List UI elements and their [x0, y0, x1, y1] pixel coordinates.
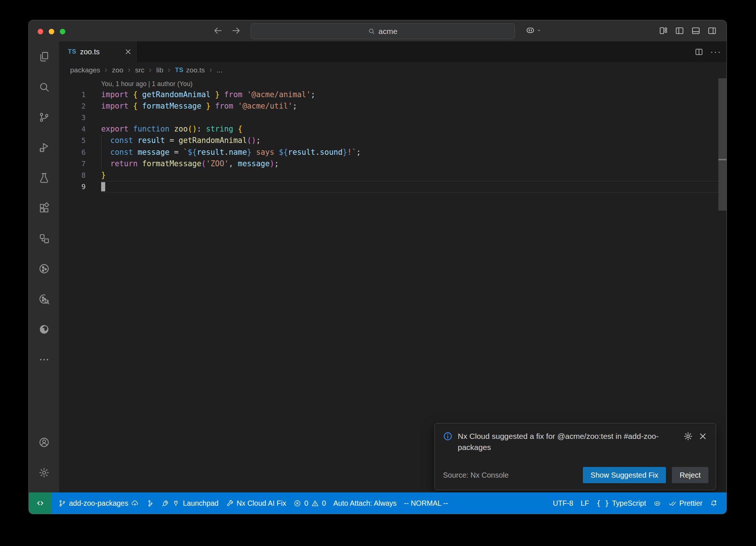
show-suggested-fix-button[interactable]: Show Suggested Fix — [583, 467, 666, 483]
status-auto-attach-label: Auto Attach: Always — [333, 499, 396, 508]
activity-search[interactable] — [34, 76, 54, 97]
status-commit-graph[interactable] — [142, 492, 158, 514]
status-nx-cloud-ai-fix[interactable]: Nx Cloud AI Fix — [222, 492, 290, 514]
nx-cloud-icon — [38, 293, 50, 305]
status-language-label: TypeScript — [612, 499, 646, 508]
split-editor-icon[interactable] — [694, 47, 704, 57]
status-branch[interactable]: add-zoo-packages — [55, 492, 142, 514]
hierarchy-icon — [38, 233, 50, 244]
status-language[interactable]: { }TypeScript — [593, 492, 650, 514]
toggle-panel-icon[interactable] — [691, 26, 701, 35]
plug-icon — [172, 499, 180, 507]
code-line[interactable]: 5 const result = getRandomAnimal(); — [59, 135, 726, 146]
breadcrumb-item[interactable]: src — [135, 66, 144, 74]
line-number: 5 — [59, 136, 86, 144]
macos-close-button[interactable] — [38, 29, 43, 34]
activity-nx-cloud[interactable] — [34, 289, 54, 309]
activity-hierarchy[interactable] — [34, 228, 54, 249]
status-eol[interactable]: LF — [577, 492, 593, 514]
code-line[interactable]: 8} — [59, 169, 726, 181]
source-control-icon — [38, 112, 50, 123]
back-arrow-icon[interactable] — [213, 25, 223, 36]
line-number: 2 — [59, 102, 86, 110]
error-icon — [293, 499, 301, 507]
toggle-secondary-sidebar-icon[interactable] — [707, 26, 717, 35]
macos-minimize-button[interactable] — [49, 29, 54, 34]
status-copilot[interactable] — [650, 492, 665, 514]
status-nx-cloud-ai-fix-label: Nx Cloud AI Fix — [237, 499, 286, 508]
activity-testing[interactable] — [34, 167, 54, 188]
activity-source-control[interactable] — [34, 107, 54, 127]
code-line[interactable]: 2import { formatMessage } from '@acme/ut… — [59, 100, 726, 112]
tab-zoo-ts[interactable]: TS zoo.ts — [59, 41, 138, 62]
nx-console-icon — [38, 263, 50, 274]
activity-run-debug[interactable] — [34, 137, 54, 158]
status-vim-mode-label: -- NORMAL -- — [404, 499, 448, 508]
chevron-right-icon — [126, 67, 132, 73]
tab-label: zoo.ts — [80, 48, 100, 56]
settings-gear-icon — [38, 467, 50, 478]
desktop-background: acme — [0, 0, 756, 546]
copilot-icon — [653, 499, 661, 507]
search-icon — [368, 28, 375, 35]
activity-more[interactable] — [34, 349, 54, 370]
activity-edge-tools[interactable] — [34, 319, 54, 339]
line-number: 8 — [59, 171, 86, 179]
typescript-file-icon: TS — [175, 66, 183, 74]
bell-icon — [710, 499, 718, 507]
info-icon — [443, 431, 453, 441]
status-problems[interactable]: 00 — [290, 492, 330, 514]
breadcrumb-item[interactable]: packages — [70, 66, 100, 74]
more-actions-icon[interactable]: ··· — [710, 50, 721, 54]
breadcrumb-item[interactable]: lib — [156, 66, 163, 74]
code-line[interactable]: 1import { getRandomAnimal } from '@acme/… — [59, 89, 726, 100]
status-formatter[interactable]: Prettier — [665, 492, 706, 514]
status-vim-mode[interactable]: -- NORMAL -- — [400, 492, 452, 514]
status-encoding[interactable]: UTF-8 — [549, 492, 577, 514]
line-number: 9 — [59, 182, 86, 191]
title-bar: acme — [29, 20, 726, 41]
reject-button[interactable]: Reject — [672, 467, 708, 483]
extensions-icon — [38, 202, 50, 214]
cloud-upload-icon — [131, 499, 139, 507]
remote-indicator[interactable] — [29, 492, 52, 514]
search-icon — [38, 81, 50, 93]
status-problems-label: 0 — [304, 499, 308, 508]
activity-extensions[interactable] — [34, 198, 54, 218]
double-check-icon — [669, 499, 676, 507]
tab-close-icon[interactable] — [124, 48, 132, 56]
search-value: acme — [378, 27, 397, 36]
activity-account[interactable] — [34, 432, 54, 453]
notification-settings-gear-icon[interactable] — [683, 431, 693, 441]
activity-settings-gear[interactable] — [34, 462, 54, 483]
gitlens-blame-annotation: You, 1 hour ago | 1 author (You) — [59, 79, 726, 89]
breadcrumb-item[interactable]: TSzoo.ts — [175, 66, 205, 74]
line-number: 6 — [59, 148, 86, 156]
breadcrumb-item[interactable]: zoo — [112, 66, 123, 74]
forward-arrow-icon[interactable] — [231, 25, 241, 36]
account-icon — [38, 437, 50, 448]
scrollbar-thumb[interactable] — [718, 78, 726, 211]
copilot-icon — [525, 25, 535, 35]
toggle-primary-sidebar-icon[interactable] — [675, 26, 684, 35]
editor-cursor — [101, 182, 105, 191]
command-center-search[interactable]: acme — [251, 23, 515, 39]
code-line[interactable]: 6 const message = `${result.name} says $… — [59, 146, 726, 158]
line-number: 1 — [59, 91, 86, 99]
notification-close-icon[interactable] — [698, 431, 708, 441]
macos-zoom-button[interactable] — [60, 29, 65, 34]
breadcrumb-item[interactable]: ... — [217, 66, 223, 74]
code-line[interactable]: 7 return formatMessage('ZOO', message); — [59, 158, 726, 169]
code-line[interactable]: 9 — [59, 181, 726, 192]
code-line[interactable]: 3 — [59, 112, 726, 123]
status-notifications[interactable] — [706, 492, 721, 514]
testing-icon — [38, 172, 50, 184]
customize-layout-icon[interactable] — [659, 26, 668, 35]
activity-files[interactable] — [34, 46, 54, 67]
more-icon — [38, 354, 50, 365]
status-launchpad[interactable]: Launchpad — [158, 492, 222, 514]
code-line[interactable]: 4export function zoo(): string { — [59, 123, 726, 135]
copilot-menu-button[interactable] — [525, 25, 542, 35]
status-auto-attach[interactable]: Auto Attach: Always — [330, 492, 400, 514]
activity-nx-console[interactable] — [34, 258, 54, 279]
